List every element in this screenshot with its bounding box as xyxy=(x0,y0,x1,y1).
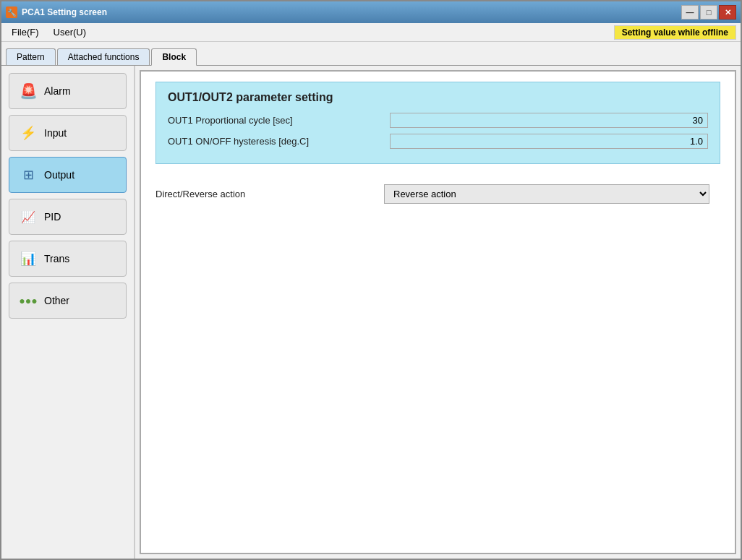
alarm-icon: 🚨 xyxy=(18,82,38,100)
window-title: PCA1 Setting screen xyxy=(22,7,107,17)
other-icon: ●●● xyxy=(18,295,38,306)
sidebar-item-pid[interactable]: 📈 PID xyxy=(9,199,127,235)
param-input-0[interactable] xyxy=(390,113,708,128)
content-inner: OUT1/OUT2 parameter setting OUT1 Proport… xyxy=(141,72,735,214)
sidebar-label-pid: PID xyxy=(44,211,61,223)
param-row-1: OUT1 ON/OFF hysteresis [deg.C] xyxy=(168,134,708,149)
sidebar-label-input: Input xyxy=(44,127,67,139)
offline-badge: Setting value while offline xyxy=(614,25,736,40)
main-window: 🔧 PCA1 Setting screen — □ ✕ File(F) User… xyxy=(0,0,742,560)
param-input-1[interactable] xyxy=(390,134,708,149)
input-icon: ⚡ xyxy=(18,125,38,141)
user-menu[interactable]: User(U) xyxy=(48,25,93,39)
tab-bar: Pattern Attached functions Block xyxy=(1,42,741,65)
sidebar-label-other: Other xyxy=(44,295,69,306)
content-panel: OUT1/OUT2 parameter setting OUT1 Proport… xyxy=(140,70,736,554)
restore-button[interactable]: □ xyxy=(700,5,717,20)
file-menu[interactable]: File(F) xyxy=(6,25,45,39)
close-button[interactable]: ✕ xyxy=(719,5,736,20)
trans-icon: 📊 xyxy=(18,251,38,267)
sidebar-label-alarm: Alarm xyxy=(44,85,71,97)
app-icon: 🔧 xyxy=(6,7,17,18)
sidebar-item-other[interactable]: ●●● Other xyxy=(9,283,127,319)
sidebar-item-trans[interactable]: 📊 Trans xyxy=(9,241,127,277)
tab-block[interactable]: Block xyxy=(151,48,197,66)
output-icon: ⊞ xyxy=(18,167,38,183)
sidebar-item-input[interactable]: ⚡ Input xyxy=(9,115,127,151)
title-bar: 🔧 PCA1 Setting screen — □ ✕ xyxy=(1,1,741,23)
tab-pattern[interactable]: Pattern xyxy=(6,48,56,65)
param-title: OUT1/OUT2 parameter setting xyxy=(168,91,708,104)
sidebar: 🚨 Alarm ⚡ Input ⊞ Output 📈 PID 📊 Trans ●… xyxy=(1,66,135,559)
sidebar-label-output: Output xyxy=(44,169,74,181)
param-panel: OUT1/OUT2 parameter setting OUT1 Proport… xyxy=(155,82,720,164)
param-label-1: OUT1 ON/OFF hysteresis [deg.C] xyxy=(168,136,390,147)
main-content: 🚨 Alarm ⚡ Input ⊞ Output 📈 PID 📊 Trans ●… xyxy=(1,65,741,559)
menu-bar: File(F) User(U) Setting value while offl… xyxy=(1,23,741,42)
pid-icon: 📈 xyxy=(18,210,38,224)
minimize-button[interactable]: — xyxy=(681,5,699,20)
action-row: Direct/Reverse action Direct action Reve… xyxy=(155,176,720,204)
sidebar-item-alarm[interactable]: 🚨 Alarm xyxy=(9,73,127,109)
param-label-0: OUT1 Proportional cycle [sec] xyxy=(168,115,390,126)
param-row-0: OUT1 Proportional cycle [sec] xyxy=(168,113,708,128)
tab-attached[interactable]: Attached functions xyxy=(57,48,150,65)
title-controls: — □ ✕ xyxy=(681,5,736,20)
action-label: Direct/Reverse action xyxy=(155,189,372,199)
sidebar-item-output[interactable]: ⊞ Output xyxy=(9,157,127,193)
action-select[interactable]: Direct action Reverse action xyxy=(384,184,709,204)
sidebar-label-trans: Trans xyxy=(44,253,69,264)
